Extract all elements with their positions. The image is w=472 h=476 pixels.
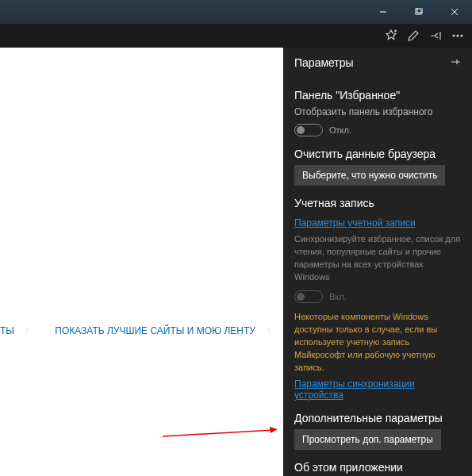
account-heading: Учетная запись: [294, 197, 461, 209]
maximize-button[interactable]: [401, 0, 436, 24]
sync-toggle: Вкл.: [294, 290, 461, 303]
more-icon[interactable]: [447, 25, 469, 47]
svg-point-7: [453, 35, 455, 36]
close-button[interactable]: [436, 0, 472, 24]
add-favorite-icon[interactable]: [380, 25, 402, 47]
settings-panel: Параметры Панель "Избранное" Отобразить …: [283, 48, 472, 476]
section-about: Об этом приложении Microsoft Edge 42.171…: [294, 461, 461, 476]
favorites-toggle[interactable]: Откл.: [294, 124, 461, 136]
svg-point-8: [457, 35, 459, 36]
advanced-settings-button[interactable]: Просмотреть доп. параметры: [294, 429, 441, 450]
main-link-2[interactable]: ПОКАЗАТЬ ЛУЧШИЕ САЙТЫ И МОЮ ЛЕНТУ〉: [55, 325, 283, 336]
main-link-1[interactable]: ТЫ〉: [0, 325, 43, 336]
favorites-toggle-label: Откл.: [329, 125, 351, 135]
account-settings-link[interactable]: Параметры учетной записи: [294, 217, 416, 228]
notes-icon[interactable]: [402, 25, 424, 47]
main-content: ТЫ〉 ПОКАЗАТЬ ЛУЧШИЕ САЙТЫ И МОЮ ЛЕНТУ〉: [0, 48, 283, 476]
sync-toggle-label: Вкл.: [329, 292, 347, 301]
account-warning: Некоторые компоненты Windows доступны то…: [294, 311, 461, 374]
minimize-button[interactable]: [365, 0, 401, 24]
svg-rect-1: [416, 9, 421, 14]
svg-line-10: [163, 430, 274, 436]
section-favorites: Панель "Избранное" Отобразить панель изб…: [294, 89, 461, 136]
about-heading: Об этом приложении: [294, 461, 461, 474]
svg-marker-11: [270, 427, 278, 433]
svg-point-9: [461, 35, 462, 36]
favorites-sub: Отобразить панель избранного: [294, 106, 461, 117]
advanced-heading: Дополнительные параметры: [294, 412, 461, 424]
clear-heading: Очистить данные браузера: [294, 148, 461, 160]
toolbar: [0, 24, 472, 48]
section-advanced: Дополнительные параметры Просмотреть доп…: [294, 412, 461, 450]
clear-data-button[interactable]: Выберите, что нужно очистить: [294, 165, 445, 186]
sync-settings-link[interactable]: Параметры синхронизации устройства: [294, 378, 461, 401]
account-desc: Синхронизируйте избранное, список для чт…: [294, 233, 461, 284]
share-icon[interactable]: [424, 25, 447, 47]
panel-title: Параметры: [294, 56, 354, 69]
window-titlebar: [0, 0, 472, 24]
favorites-heading: Панель "Избранное": [294, 89, 461, 102]
section-clear-data: Очистить данные браузера Выберите, что н…: [294, 148, 461, 186]
section-account: Учетная запись Параметры учетной записи …: [294, 197, 461, 401]
pin-icon[interactable]: [450, 56, 461, 70]
annotation-arrow: [159, 425, 278, 441]
